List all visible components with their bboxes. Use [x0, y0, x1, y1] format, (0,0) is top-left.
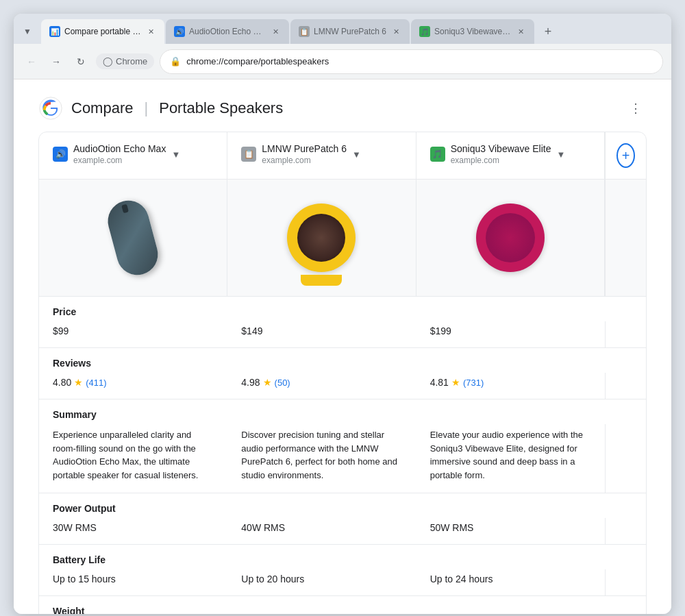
- product-domain-1: example.com: [73, 156, 166, 165]
- forward-button[interactable]: →: [47, 52, 66, 71]
- tab-close-soniqu3[interactable]: ✕: [515, 26, 526, 37]
- section-power-output: Power Output 30W RMS 40W RMS 50W RMS: [39, 493, 646, 545]
- chrome-brand: ◯ Chrome: [96, 53, 154, 69]
- url-text: chrome://compare/portablespeakers: [186, 56, 653, 66]
- speaker-image-1: [103, 196, 162, 280]
- battery-value-3: Up to 24 hours: [416, 569, 605, 595]
- power-value-2: 40W RMS: [227, 518, 416, 544]
- summary-values-row: Experience unparalleled clarity and room…: [39, 424, 646, 493]
- price-label: Price: [39, 297, 646, 321]
- star-icon-3: ★: [451, 377, 460, 388]
- compare-table: 🔊 AudioOtion Echo Max example.com ▼: [38, 132, 647, 614]
- add-product-col: +: [605, 132, 646, 179]
- new-tab-button[interactable]: +: [538, 22, 558, 41]
- address-bar-area: ← → ↻ ◯ Chrome 🔒 chrome://compare/portab…: [14, 44, 671, 79]
- plus-icon: +: [622, 148, 630, 164]
- add-col-spacer-power: [605, 518, 646, 544]
- product-header-3: 🎵 Soniqu3 Vibewave Elite example.com ▼: [430, 143, 590, 165]
- product-header-2: 📋 LMNW PurePatch 6 example.com ▼: [241, 143, 401, 165]
- product-header-col-3: 🎵 Soniqu3 Vibewave Elite example.com ▼: [416, 132, 605, 179]
- rating-row-3: 4.81 ★ (731): [430, 377, 591, 388]
- browser-window: ▼ 📊 Compare portable speaker ✕ 🔊 AudioOt…: [14, 14, 671, 614]
- product-header-col-2: 📋 LMNW PurePatch 6 example.com ▼: [227, 132, 416, 179]
- product-info-2: LMNW PurePatch 6 example.com: [262, 143, 347, 165]
- section-summary: Summary Experience unparalleled clarity …: [39, 399, 646, 493]
- weight-label: Weight: [39, 596, 646, 614]
- product-info-1: AudioOtion Echo Max example.com: [73, 143, 166, 165]
- page-scroll[interactable]: Compare | Portable Speakers ⋮: [14, 79, 671, 614]
- tab-soniqu3[interactable]: 🎵 Soniqu3 Vibewave Elite ✕: [411, 19, 534, 44]
- lock-icon: 🔒: [170, 56, 181, 66]
- page-title: Portable Speakers: [159, 99, 283, 117]
- summary-text-2: Discover precision tuning and stellar au…: [241, 430, 397, 480]
- add-product-button[interactable]: +: [616, 143, 635, 168]
- section-price: Price $99 $149 $199: [39, 297, 646, 348]
- back-button[interactable]: ←: [22, 52, 41, 71]
- product-name-2: LMNW PurePatch 6: [262, 143, 347, 154]
- rating-num-3: 4.81: [430, 377, 449, 388]
- product-info-3: Soniqu3 Vibewave Elite example.com: [451, 143, 551, 165]
- tab-bar-left: ▼: [19, 23, 36, 40]
- rating-count-3[interactable]: (731): [463, 378, 484, 388]
- refresh-button[interactable]: ↻: [71, 52, 90, 71]
- add-col-spacer-reviews: [605, 373, 646, 399]
- chrome-label: Chrome: [116, 56, 147, 66]
- summary-text-3: Elevate your audio experience with the S…: [430, 430, 583, 480]
- compare-label: Compare: [71, 99, 133, 117]
- price-value-3: $199: [416, 321, 605, 347]
- speaker-image-3: [476, 204, 545, 272]
- product-image-cell-1: [39, 180, 227, 296]
- price-values-row: $99 $149 $199: [39, 321, 646, 347]
- product-images-row: [39, 180, 646, 297]
- power-output-values-row: 30W RMS 40W RMS 50W RMS: [39, 518, 646, 544]
- product-domain-2: example.com: [262, 156, 347, 165]
- google-logo: [38, 96, 63, 121]
- reviews-value-1: 4.80 ★ (411): [39, 373, 227, 399]
- product-chevron-3[interactable]: ▼: [557, 149, 566, 160]
- page-menu-button[interactable]: ⋮: [625, 97, 647, 119]
- battery-life-values-row: Up to 15 hours Up to 20 hours Up to 24 h…: [39, 569, 646, 595]
- tab-audiotion[interactable]: 🔊 AudioOtion Echo Max ✕: [166, 19, 289, 44]
- add-col-spacer-summary: [605, 424, 646, 493]
- tab-icon-compare: 📊: [49, 26, 60, 37]
- add-col-spacer-price: [605, 321, 646, 347]
- speaker-image-2: [287, 204, 356, 272]
- rating-row-1: 4.80 ★ (411): [53, 377, 214, 388]
- product-chevron-2[interactable]: ▼: [352, 149, 361, 160]
- summary-text-1: Experience unparalleled clarity and room…: [53, 430, 198, 480]
- reviews-values-row: 4.80 ★ (411) 4.98 ★ (50): [39, 373, 646, 399]
- product-name-3: Soniqu3 Vibewave Elite: [451, 143, 551, 154]
- product-favicon-2: 📋: [241, 147, 256, 162]
- star-icon-1: ★: [74, 377, 83, 388]
- tab-label-lmnw: LMNW PurePatch 6: [314, 27, 386, 36]
- section-weight: Weight 2 lbs 3 lbs 3.5 lbs: [39, 596, 646, 614]
- rating-count-2[interactable]: (50): [275, 378, 290, 388]
- battery-value-2: Up to 20 hours: [227, 569, 416, 595]
- tab-compare-portable[interactable]: 📊 Compare portable speaker ✕: [41, 19, 164, 44]
- product-header-1: 🔊 AudioOtion Echo Max example.com ▼: [53, 143, 213, 165]
- tab-lmnw[interactable]: 📋 LMNW PurePatch 6 ✕: [290, 19, 410, 44]
- chrome-icon: ◯: [103, 56, 113, 66]
- header-divider: |: [144, 99, 148, 117]
- rating-num-1: 4.80: [53, 377, 71, 388]
- product-icon-2: 📋: [244, 149, 254, 159]
- tab-dropdown-button[interactable]: ▼: [19, 23, 36, 40]
- address-bar[interactable]: 🔒 chrome://compare/portablespeakers: [160, 49, 663, 74]
- battery-value-1: Up to 15 hours: [39, 569, 227, 595]
- tab-bar: ▼ 📊 Compare portable speaker ✕ 🔊 AudioOt…: [14, 14, 671, 44]
- product-headers-row: 🔊 AudioOtion Echo Max example.com ▼: [39, 132, 646, 180]
- page-content: Compare | Portable Speakers ⋮: [14, 79, 671, 614]
- add-col-spacer-battery: [605, 569, 646, 595]
- product-chevron-1[interactable]: ▼: [171, 149, 180, 160]
- tab-close-audiotion[interactable]: ✕: [270, 26, 281, 37]
- power-output-label: Power Output: [39, 493, 646, 518]
- summary-value-2: Discover precision tuning and stellar au…: [227, 424, 416, 493]
- tab-close-compare[interactable]: ✕: [145, 26, 156, 37]
- reviews-label: Reviews: [39, 348, 646, 373]
- rating-num-2: 4.98: [241, 377, 260, 388]
- compare-header: Compare | Portable Speakers ⋮: [14, 79, 671, 132]
- rating-count-1[interactable]: (411): [86, 378, 106, 388]
- product-image-cell-3: [416, 180, 605, 296]
- product-image-cell-2: [227, 180, 416, 296]
- tab-close-lmnw[interactable]: ✕: [390, 26, 401, 37]
